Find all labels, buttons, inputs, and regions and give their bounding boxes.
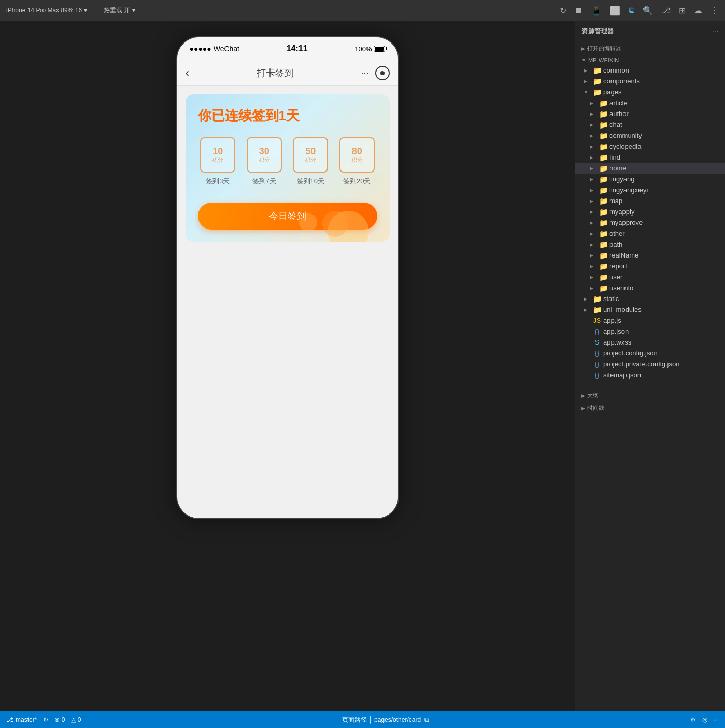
sync-icon[interactable]: ↻ bbox=[43, 716, 48, 723]
timeline-section[interactable]: ▶ 时间线 bbox=[575, 401, 725, 413]
sidebar-item-myapprove[interactable]: ▶ 📁 myapprove bbox=[575, 217, 725, 228]
sidebar-item-lingyangxieyi[interactable]: ▶ 📁 lingyangxieyi bbox=[575, 184, 725, 195]
more-icon[interactable]: ⋮ bbox=[710, 6, 719, 16]
open-editors-label: 打开的编辑器 bbox=[587, 45, 621, 52]
sidebar-item-chat[interactable]: ▶ 📁 chat bbox=[575, 119, 725, 130]
app-json-arrow: ▶ bbox=[584, 329, 591, 334]
project-private-label: project.private.config.json bbox=[603, 360, 679, 368]
battery-icon bbox=[374, 46, 385, 52]
explorer-icon[interactable]: ⧉ bbox=[629, 6, 634, 15]
map-label: map bbox=[609, 197, 622, 205]
folder-icon-lingyang: 📁 bbox=[599, 176, 607, 183]
author-arrow: ▶ bbox=[590, 111, 597, 117]
lingyang-label: lingyang bbox=[609, 175, 634, 183]
folder-icon-myapprove: 📁 bbox=[599, 219, 607, 226]
project-section[interactable]: ▼ MP-WEIXIN bbox=[575, 54, 725, 65]
more-bottom-button[interactable]: ··· bbox=[714, 716, 719, 723]
sidebar-item-find[interactable]: ▶ 📁 find bbox=[575, 152, 725, 163]
folder-icon-myapply: 📁 bbox=[599, 208, 607, 216]
app-wxss-label: app.wxss bbox=[603, 338, 631, 346]
static-arrow: ▶ bbox=[584, 296, 591, 302]
milestone-box-10: 50 积分 bbox=[293, 137, 328, 173]
sidebar-item-static[interactable]: ▶ 📁 static bbox=[575, 293, 725, 304]
branch-status[interactable]: ⎇ master* bbox=[6, 716, 37, 723]
sidebar-item-pages[interactable]: ▼ 📁 pages bbox=[575, 87, 725, 97]
realname-arrow: ▶ bbox=[590, 253, 597, 258]
eye-bottom-icon[interactable]: ◎ bbox=[702, 716, 707, 723]
nav-back-button[interactable]: ‹ bbox=[186, 66, 189, 80]
nav-dots-button[interactable]: ··· bbox=[361, 67, 368, 78]
bottom-right: ⚙ ◎ ··· bbox=[690, 716, 719, 723]
community-arrow: ▶ bbox=[590, 133, 597, 138]
folder-icon-report: 📁 bbox=[599, 263, 607, 270]
nav-camera-button[interactable] bbox=[375, 66, 390, 80]
milestone-points-7: 30 bbox=[259, 147, 269, 156]
sidebar-more-button[interactable]: ··· bbox=[713, 27, 719, 35]
checkin-count: 1 bbox=[279, 108, 286, 123]
checkin-title-suffix: 天 bbox=[286, 108, 300, 123]
sidebar-item-path[interactable]: ▶ 📁 path bbox=[575, 239, 725, 250]
user-label: user bbox=[609, 273, 622, 281]
settings-bottom-icon[interactable]: ⚙ bbox=[690, 716, 696, 723]
article-label: article bbox=[609, 99, 628, 107]
battery-percent: 100% bbox=[354, 45, 372, 53]
checkin-title-prefix: 你已连续签到 bbox=[198, 108, 279, 123]
sidebar-item-lingyang[interactable]: ▶ 📁 lingyang bbox=[575, 174, 725, 184]
milestone-unit-10: 积分 bbox=[305, 156, 316, 164]
myapprove-arrow: ▶ bbox=[590, 220, 597, 225]
toolbar-separator: │ bbox=[93, 7, 97, 14]
cloud-icon[interactable]: ☁ bbox=[694, 6, 702, 16]
project-name: MP-WEIXIN bbox=[588, 57, 619, 63]
sidebar-item-app-json[interactable]: ▶ {} app.json bbox=[575, 326, 725, 337]
common-label: common bbox=[603, 66, 629, 74]
sidebar-item-myapply[interactable]: ▶ 📁 myapply bbox=[575, 206, 725, 217]
milestone-unit-3: 积分 bbox=[212, 156, 223, 164]
sidebar-item-realname[interactable]: ▶ 📁 realName bbox=[575, 250, 725, 261]
bottom-center: 页面路径 │ pages/other/card ⧉ bbox=[342, 716, 430, 724]
sidebar-item-project-config[interactable]: ▶ {} project.config.json bbox=[575, 348, 725, 359]
project-arrow: ▼ bbox=[581, 58, 586, 63]
path-label: path bbox=[609, 240, 622, 248]
sidebar-item-userinfo[interactable]: ▶ 📁 userinfo bbox=[575, 282, 725, 293]
sidebar-item-app-js[interactable]: ▶ JS app.js bbox=[575, 315, 725, 326]
sidebar-item-sitemap[interactable]: ▶ {} sitemap.json bbox=[575, 369, 725, 380]
branch-icon[interactable]: ⎇ bbox=[661, 6, 671, 16]
sidebar-item-project-private[interactable]: ▶ {} project.private.config.json bbox=[575, 359, 725, 369]
phone-status-bar: ●●●●● WeChat 14:11 100% bbox=[177, 37, 398, 60]
preview-icon[interactable]: ⬜ bbox=[610, 6, 620, 16]
sidebar-item-other[interactable]: ▶ 📁 other bbox=[575, 228, 725, 239]
decor-circle-3 bbox=[299, 213, 317, 232]
sidebar-item-home[interactable]: ▶ 📁 home bbox=[575, 163, 725, 174]
extensions-icon[interactable]: ⊞ bbox=[679, 6, 686, 16]
hotreload-button[interactable]: 热重载 开 ▾ bbox=[104, 6, 135, 15]
refresh-icon[interactable]: ↻ bbox=[560, 6, 566, 16]
sidebar-item-cyclopedia[interactable]: ▶ 📁 cyclopedia bbox=[575, 141, 725, 152]
folder-icon-community: 📁 bbox=[599, 132, 607, 139]
sidebar-item-report[interactable]: ▶ 📁 report bbox=[575, 261, 725, 272]
folder-icon-article: 📁 bbox=[599, 99, 607, 107]
device-selector[interactable]: iPhone 14 Pro Max 89% 16 ▾ bbox=[6, 7, 87, 14]
device-label: iPhone 14 Pro Max 89% 16 bbox=[6, 7, 82, 14]
open-editors-arrow: ▶ bbox=[581, 46, 585, 51]
sidebar-item-uni-modules[interactable]: ▶ 📁 uni_modules bbox=[575, 304, 725, 315]
search-icon[interactable]: 🔍 bbox=[643, 6, 653, 16]
sidebar-item-components[interactable]: ▶ 📁 components bbox=[575, 76, 725, 87]
warning-status: △ 0 bbox=[71, 716, 81, 723]
mobile-icon[interactable]: 📱 bbox=[591, 6, 602, 16]
sidebar-item-app-wxss[interactable]: ▶ S app.wxss bbox=[575, 337, 725, 348]
sidebar-item-community[interactable]: ▶ 📁 community bbox=[575, 130, 725, 141]
outline-section[interactable]: ▶ 大纲 bbox=[575, 389, 725, 401]
folder-icon-lingyangxieyi: 📁 bbox=[599, 187, 607, 194]
folder-icon-home: 📁 bbox=[599, 165, 607, 172]
sidebar-item-map[interactable]: ▶ 📁 map bbox=[575, 195, 725, 206]
sidebar-item-author[interactable]: ▶ 📁 author bbox=[575, 108, 725, 119]
sidebar-item-article[interactable]: ▶ 📁 article bbox=[575, 97, 725, 108]
timeline-label: 时间线 bbox=[587, 404, 604, 412]
open-editors-section[interactable]: ▶ 打开的编辑器 bbox=[575, 41, 725, 54]
sidebar-item-user[interactable]: ▶ 📁 user bbox=[575, 272, 725, 282]
sidebar-item-common[interactable]: ▶ 📁 common bbox=[575, 65, 725, 76]
file-icon-sitemap: {} bbox=[593, 372, 601, 379]
stop-icon[interactable]: ⏹ bbox=[575, 6, 583, 15]
phone-nav-bar: ‹ 打卡签到 ··· bbox=[177, 60, 398, 86]
copy-icon[interactable]: ⧉ bbox=[424, 716, 429, 723]
